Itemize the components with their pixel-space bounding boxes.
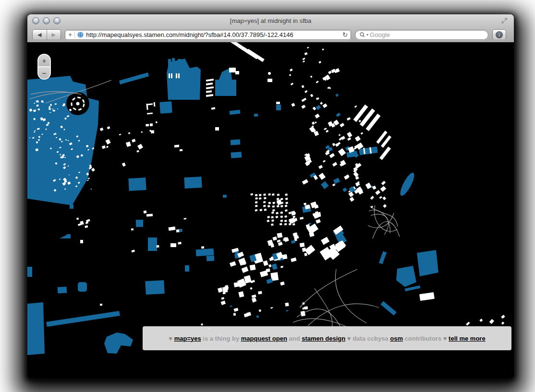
- search-icon: [360, 32, 365, 37]
- browser-window: [map=yes] at midnight in sfba ⤢ ◀ ▶ + ↻: [27, 14, 514, 378]
- url-input[interactable]: [86, 31, 340, 38]
- zoom-out-button[interactable]: −: [38, 67, 50, 79]
- downloads-button[interactable]: ↓: [492, 29, 506, 40]
- footer-link-map-equals-yes[interactable]: map=yes: [174, 335, 201, 342]
- footer-link-stamen-design[interactable]: stamen design: [302, 335, 345, 342]
- footer-link-tell-me-more[interactable]: tell me more: [449, 335, 486, 342]
- refresh-icon[interactable]: ↻: [342, 31, 348, 38]
- footer-text: is a thing by: [201, 335, 241, 342]
- heart-icon: ♥: [443, 335, 449, 342]
- footer-text: data ccbysa: [353, 335, 390, 342]
- heart-icon: ♥: [169, 335, 174, 342]
- add-tab-button[interactable]: +: [68, 30, 72, 39]
- attribution-bar: ♥ map=yes is a thing by mapquest open an…: [143, 326, 511, 350]
- footer-text: and: [287, 335, 302, 342]
- zoom-in-button[interactable]: +: [38, 55, 50, 67]
- footer-link-osm[interactable]: osm: [390, 335, 403, 342]
- footer-text: contributors: [403, 335, 443, 342]
- heart-icon: ♥: [345, 335, 353, 342]
- footer-link-mapquest-open[interactable]: mapquest open: [241, 335, 287, 342]
- address-bar[interactable]: + ↻: [65, 30, 351, 40]
- search-field[interactable]: ▾: [355, 30, 488, 40]
- browser-toolbar: ◀ ▶ + ↻ ▾: [27, 27, 514, 42]
- back-button[interactable]: ◀: [33, 30, 47, 40]
- map-zoom-control: + −: [37, 54, 51, 80]
- forward-button[interactable]: ▶: [47, 30, 61, 40]
- title-bar[interactable]: [map=yes] at midnight in sfba ⤢: [27, 14, 514, 27]
- nav-button-group: ◀ ▶: [32, 29, 61, 40]
- globe-favicon-icon: [77, 32, 84, 38]
- map-viewport: + − ♥ map=yes is a thing by mapquest ope…: [27, 42, 514, 378]
- search-options-caret-icon[interactable]: ▾: [366, 33, 368, 37]
- resize-icon[interactable]: ⤢: [501, 16, 507, 25]
- search-input[interactable]: [370, 31, 484, 38]
- download-arrow-icon: ↓: [496, 31, 503, 38]
- page-title: [map=yes] at midnight in sfba: [27, 14, 514, 27]
- window-chrome: [map=yes] at midnight in sfba ⤢ ◀ ▶ + ↻: [27, 14, 514, 43]
- divider: [74, 32, 75, 38]
